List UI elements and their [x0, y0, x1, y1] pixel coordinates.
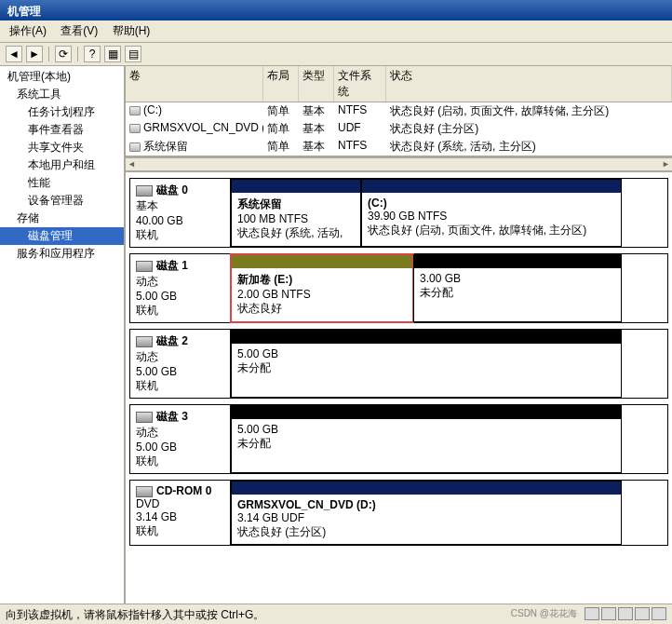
partition-status: 状态良好 [237, 301, 407, 317]
disk-kind: 动态 [136, 425, 224, 441]
partition[interactable]: 新加卷 (E:) 2.00 GB NTFS 状态良好 [231, 254, 413, 322]
disk-icon [136, 412, 153, 423]
volume-list[interactable]: 卷 布局 类型 文件系统 状态 (C:)简单基本NTFS状态良好 (启动, 页面… [126, 66, 672, 157]
sb-icon[interactable] [618, 607, 633, 620]
disk-state: 联机 [136, 523, 224, 539]
nav-tree[interactable]: 机管理(本地) 系统工具 任务计划程序 事件查看器 共享文件夹 本地用户和组 性… [0, 66, 126, 624]
partition[interactable]: 系统保留 100 MB NTFS 状态良好 (系统, 活动, [231, 179, 361, 247]
tree-local-users[interactable]: 本地用户和组 [0, 156, 124, 174]
partition-size: 2.00 GB NTFS [237, 288, 407, 301]
tree-task-sched[interactable]: 任务计划程序 [0, 103, 124, 121]
sb-icon[interactable] [601, 607, 616, 620]
partition[interactable]: 5.00 GB 未分配 [231, 405, 622, 473]
partition-title: (C:) [368, 197, 615, 210]
disk-icon [136, 336, 153, 347]
tree-disk-mgmt[interactable]: 磁盘管理 [0, 227, 124, 245]
partition-title: 新加卷 (E:) [237, 272, 407, 288]
help-button[interactable]: ? [84, 46, 101, 62]
disk-row[interactable]: 磁盘 0 基本 40.00 GB 联机 系统保留 100 MB NTFS 状态良… [129, 178, 668, 248]
disk-partitions: 5.00 GB 未分配 [231, 330, 667, 398]
disk-state: 联机 [136, 378, 224, 394]
disk-kind: DVD [136, 497, 224, 510]
tree-svc-apps[interactable]: 服务和应用程序 [0, 245, 124, 263]
disk-state: 联机 [136, 303, 224, 319]
partition-bar [232, 180, 360, 193]
disk-info: 磁盘 3 动态 5.00 GB 联机 [130, 405, 231, 473]
partition-status: 未分配 [237, 436, 615, 452]
sb-icon[interactable] [585, 607, 599, 620]
partition-size: 100 MB NTFS [237, 212, 355, 225]
disk-partitions: 5.00 GB 未分配 [231, 405, 667, 473]
partition[interactable]: GRMSXVOL_CN_DVD (D:) 3.14 GB UDF 状态良好 (主… [231, 481, 622, 545]
menu-help[interactable]: 帮助(H) [107, 22, 156, 39]
tree-shared[interactable]: 共享文件夹 [0, 139, 124, 156]
partition-status: 未分配 [237, 360, 615, 376]
disk-row[interactable]: CD-ROM 0 DVD 3.14 GB 联机 GRMSXVOL_CN_DVD … [129, 480, 668, 546]
status-bar: 向到该虚拟机，请将鼠标指针移入其中或按 Ctrl+G。 CSDN @花花海 [0, 604, 672, 624]
col-type[interactable]: 类型 [299, 66, 334, 102]
partition-bar [232, 406, 621, 419]
disk-size: 5.00 GB [136, 441, 224, 454]
sb-icon[interactable] [635, 607, 650, 620]
menu-view[interactable]: 查看(V) [55, 22, 103, 39]
forward-button[interactable]: ► [26, 46, 43, 62]
partition[interactable]: 3.00 GB 未分配 [413, 254, 622, 322]
menu-action[interactable]: 操作(A) [4, 22, 52, 39]
partition[interactable]: (C:) 39.90 GB NTFS 状态良好 (启动, 页面文件, 故障转储,… [361, 179, 622, 247]
sb-icon[interactable] [652, 607, 666, 620]
back-button[interactable]: ◄ [6, 46, 22, 62]
tree-root[interactable]: 机管理(本地) [0, 68, 124, 86]
disk-graphical-view[interactable]: 磁盘 0 基本 40.00 GB 联机 系统保留 100 MB NTFS 状态良… [126, 172, 672, 624]
col-fs[interactable]: 文件系统 [334, 66, 386, 102]
volume-row[interactable]: (C:)简单基本NTFS状态良好 (启动, 页面文件, 故障转储, 主分区) [126, 102, 672, 120]
watermark: CSDN @花花海 [511, 607, 577, 621]
disk-name: 磁盘 0 [156, 183, 188, 197]
disk-kind: 动态 [136, 349, 224, 365]
disk-row[interactable]: 磁盘 2 动态 5.00 GB 联机 5.00 GB 未分配 [129, 329, 668, 399]
partition-bar [414, 255, 621, 268]
disk-icon [136, 486, 153, 497]
disk-info: 磁盘 2 动态 5.00 GB 联机 [130, 330, 231, 398]
disk-partitions: 系统保留 100 MB NTFS 状态良好 (系统, 活动, (C:) 39.9… [231, 179, 667, 247]
disk-size: 5.00 GB [136, 290, 224, 303]
disk-name: 磁盘 1 [156, 259, 188, 272]
volume-icon [129, 106, 141, 115]
disk-name: 磁盘 3 [156, 410, 188, 423]
partition-status: 状态良好 (系统, 活动, [237, 225, 355, 241]
tree-dev-mgr[interactable]: 设备管理器 [0, 192, 124, 210]
col-status[interactable]: 状态 [386, 66, 672, 102]
separator [48, 47, 49, 61]
menu-bar: 操作(A) 查看(V) 帮助(H) [0, 20, 672, 43]
refresh-button[interactable]: ⟳ [55, 46, 72, 62]
h-scrollbar[interactable] [126, 157, 672, 172]
disk-kind: 基本 [136, 198, 224, 214]
disk-row[interactable]: 磁盘 3 动态 5.00 GB 联机 5.00 GB 未分配 [129, 404, 668, 474]
volume-row[interactable]: GRMSXVOL_CN_DVD (D:)简单基本UDF状态良好 (主分区) [126, 120, 672, 138]
partition-bar [232, 482, 621, 495]
tree-storage[interactable]: 存储 [0, 210, 124, 227]
tree-sys-tools[interactable]: 系统工具 [0, 86, 124, 103]
partition[interactable]: 5.00 GB 未分配 [231, 330, 622, 398]
col-layout[interactable]: 布局 [263, 66, 299, 102]
disk-icon [136, 185, 153, 197]
partition-title: 系统保留 [237, 197, 355, 212]
partition-bar [232, 255, 412, 268]
partition-bar [232, 331, 621, 344]
detail-button[interactable]: ▤ [125, 46, 141, 62]
volume-header: 卷 布局 类型 文件系统 状态 [126, 66, 672, 102]
col-volume[interactable]: 卷 [126, 66, 263, 102]
partition-size: 3.00 GB [420, 272, 615, 285]
disk-partitions: GRMSXVOL_CN_DVD (D:) 3.14 GB UDF 状态良好 (主… [231, 481, 667, 545]
partition-status: 未分配 [420, 285, 615, 301]
partition-status: 状态良好 (主分区) [237, 524, 615, 540]
partition-bar [362, 180, 621, 193]
tree-event-viewer[interactable]: 事件查看器 [0, 121, 124, 139]
tree-perf[interactable]: 性能 [0, 174, 124, 192]
disk-row[interactable]: 磁盘 1 动态 5.00 GB 联机 新加卷 (E:) 2.00 GB NTFS… [129, 253, 668, 323]
partition-status: 状态良好 (启动, 页面文件, 故障转储, 主分区) [368, 223, 615, 238]
list-button[interactable]: ▦ [104, 46, 121, 62]
volume-row[interactable]: 系统保留简单基本NTFS状态良好 (系统, 活动, 主分区) [126, 138, 672, 156]
volume-icon [129, 124, 141, 133]
disk-info: 磁盘 1 动态 5.00 GB 联机 [130, 254, 231, 322]
disk-state: 联机 [136, 227, 224, 243]
